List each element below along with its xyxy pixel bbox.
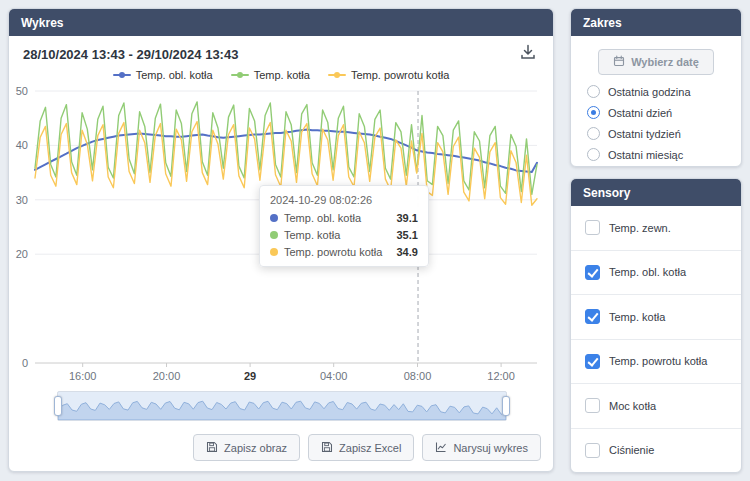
legend-label: Temp. obl. kotła <box>136 69 213 81</box>
tooltip-row: Temp. kotła 35.1 <box>270 229 418 241</box>
range-option-label: Ostatni dzień <box>608 107 672 119</box>
radio-icon[interactable] <box>587 127 600 140</box>
tooltip-timestamp: 2024-10-29 08:02:26 <box>270 194 418 206</box>
checkbox-icon[interactable] <box>585 309 600 324</box>
chart-panel-header: Wykres <box>9 9 553 36</box>
svg-text:20:00: 20:00 <box>153 370 181 382</box>
series-color-dot <box>270 231 278 239</box>
draw-chart-label: Narysuj wykres <box>453 442 528 454</box>
zoom-slider[interactable] <box>57 391 507 421</box>
sensor-list: Temp. zewn. Temp. obl. kotła Temp. kotła… <box>571 206 741 472</box>
sensor-label: Temp. zewn. <box>609 222 671 234</box>
chart-actions: Zapisz obraz Zapisz Excel Narysuj wykres <box>193 434 541 461</box>
sensor-label: Temp. kotła <box>609 311 665 323</box>
calendar-icon <box>613 55 625 69</box>
svg-text:0: 0 <box>22 357 28 369</box>
tooltip-row: Temp. obl. kotła 39.1 <box>270 212 418 224</box>
radio-icon[interactable] <box>587 85 600 98</box>
svg-text:30: 30 <box>16 194 28 206</box>
series-color-dot <box>270 248 278 256</box>
range-option-last-month[interactable]: Ostatni miesiąc <box>587 148 741 161</box>
choose-date-label: Wybierz datę <box>631 56 699 68</box>
download-icon[interactable] <box>519 43 537 65</box>
svg-text:04:00: 04:00 <box>320 370 348 382</box>
sensor-row-temp-kotla[interactable]: Temp. kotła <box>571 294 741 339</box>
save-excel-button[interactable]: Zapisz Excel <box>308 434 414 461</box>
sensor-row-temp-zewn[interactable]: Temp. zewn. <box>571 206 741 250</box>
sensor-label: Moc kotła <box>609 400 656 412</box>
chart-panel: Wykres 28/10/2024 13:43 - 29/10/2024 13:… <box>8 8 554 472</box>
legend-item-temp-obl-kotla[interactable]: Temp. obl. kotła <box>113 69 213 81</box>
sensor-row-cisnienie[interactable]: Ciśnienie <box>571 428 741 473</box>
sensor-row-temp-powrotu-kotla[interactable]: Temp. powrotu kotła <box>571 339 741 384</box>
svg-text:08:00: 08:00 <box>404 370 432 382</box>
legend-marker-icon <box>231 71 249 79</box>
zoom-slider-selection[interactable] <box>58 392 506 420</box>
radio-icon[interactable] <box>587 106 600 119</box>
chart-tooltip: 2024-10-29 08:02:26 Temp. obl. kotła 39.… <box>259 185 429 267</box>
sensor-row-moc-kotla[interactable]: Moc kotła <box>571 383 741 428</box>
range-option-last-week[interactable]: Ostatni tydzień <box>587 127 741 140</box>
sensor-label: Temp. powrotu kotła <box>609 355 707 367</box>
tooltip-value: 34.9 <box>396 246 417 258</box>
save-image-button[interactable]: Zapisz obraz <box>193 434 300 461</box>
series-color-dot <box>270 214 278 222</box>
checkbox-icon[interactable] <box>585 443 600 458</box>
chart-legend: Temp. obl. kotła Temp. kotła Temp. powro… <box>9 69 553 81</box>
floppy-icon <box>321 441 333 455</box>
checkbox-icon[interactable] <box>585 220 600 235</box>
zoom-slider-right-handle[interactable] <box>502 396 510 416</box>
range-option-label: Ostatnia godzina <box>608 86 691 98</box>
app-root: Wykres 28/10/2024 13:43 - 29/10/2024 13:… <box>0 0 750 481</box>
sensors-panel-header: Sensory <box>571 179 741 206</box>
chart-panel-title: Wykres <box>21 16 63 30</box>
sensors-panel-title: Sensory <box>583 186 630 200</box>
tooltip-label: Temp. obl. kotła <box>284 212 396 224</box>
save-excel-label: Zapisz Excel <box>339 442 401 454</box>
svg-text:16:00: 16:00 <box>69 370 97 382</box>
checkbox-icon[interactable] <box>585 354 600 369</box>
tooltip-value: 39.1 <box>396 212 417 224</box>
svg-text:40: 40 <box>16 139 28 151</box>
range-panel-header: Zakres <box>571 9 741 36</box>
legend-marker-icon <box>328 71 346 79</box>
sensors-panel: Sensory Temp. zewn. Temp. obl. kotła Tem… <box>570 178 742 473</box>
range-option-last-day[interactable]: Ostatni dzień <box>587 106 741 119</box>
legend-item-temp-kotla[interactable]: Temp. kotła <box>231 69 310 81</box>
checkbox-icon[interactable] <box>585 398 600 413</box>
range-panel-title: Zakres <box>583 16 622 30</box>
range-option-last-hour[interactable]: Ostatnia godzina <box>587 85 741 98</box>
svg-text:50: 50 <box>16 85 28 97</box>
zoom-slider-left-handle[interactable] <box>54 396 62 416</box>
choose-date-button[interactable]: Wybierz datę <box>598 49 714 75</box>
sensor-label: Temp. obl. kotła <box>609 266 686 278</box>
date-range-title: 28/10/2024 13:43 - 29/10/2024 13:43 <box>23 47 238 62</box>
tooltip-row: Temp. powrotu kotła 34.9 <box>270 246 418 258</box>
range-option-label: Ostatni tydzień <box>608 128 681 140</box>
svg-text:29: 29 <box>244 370 256 382</box>
legend-item-temp-powrotu-kotla[interactable]: Temp. powrotu kotła <box>328 69 449 81</box>
chart-line-icon <box>435 441 447 455</box>
draw-chart-button[interactable]: Narysuj wykres <box>422 434 541 461</box>
range-option-label: Ostatni miesiąc <box>608 149 683 161</box>
legend-label: Temp. powrotu kotła <box>351 69 449 81</box>
floppy-icon <box>206 441 218 455</box>
svg-text:20: 20 <box>16 248 28 260</box>
legend-marker-icon <box>113 71 131 79</box>
range-panel: Zakres Wybierz datę Ostatnia godzina Ost… <box>570 8 742 167</box>
tooltip-label: Temp. kotła <box>284 229 396 241</box>
save-image-label: Zapisz obraz <box>224 442 287 454</box>
radio-icon[interactable] <box>587 148 600 161</box>
svg-text:12:00: 12:00 <box>487 370 515 382</box>
sensor-row-temp-obl-kotla[interactable]: Temp. obl. kotła <box>571 250 741 295</box>
checkbox-icon[interactable] <box>585 265 600 280</box>
tooltip-value: 35.1 <box>396 229 417 241</box>
tooltip-label: Temp. powrotu kotła <box>284 246 396 258</box>
sensor-label: Ciśnienie <box>609 444 654 456</box>
legend-label: Temp. kotła <box>254 69 310 81</box>
